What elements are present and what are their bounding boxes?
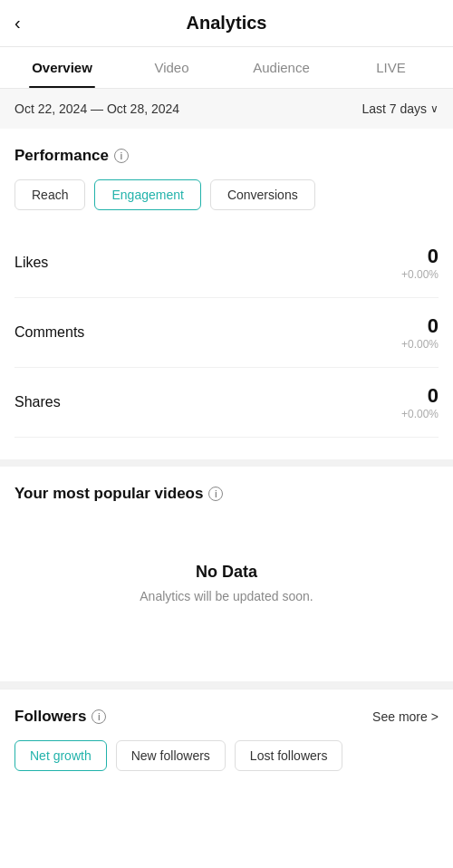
- followers-tab-lost[interactable]: Lost followers: [235, 740, 343, 771]
- header: ‹ Analytics: [0, 0, 453, 47]
- tab-audience[interactable]: Audience: [226, 47, 336, 88]
- followers-header: Followers i See more >: [14, 708, 439, 726]
- date-filter-button[interactable]: Last 7 days ∨: [361, 101, 439, 116]
- chevron-down-icon: ∨: [430, 102, 439, 115]
- comments-row: Comments 0 +0.00%: [14, 298, 439, 368]
- back-button[interactable]: ‹: [14, 13, 21, 34]
- likes-change: +0.00%: [401, 268, 439, 281]
- date-range: Oct 22, 2024 — Oct 28, 2024: [14, 101, 179, 116]
- comments-value-wrap: 0 +0.00%: [401, 314, 439, 351]
- tab-overview[interactable]: Overview: [7, 47, 117, 88]
- followers-title: Followers i: [14, 708, 106, 726]
- shares-label: Shares: [14, 394, 61, 410]
- date-row: Oct 22, 2024 — Oct 28, 2024 Last 7 days …: [0, 89, 453, 129]
- shares-value: 0: [401, 384, 439, 408]
- performance-section: Performance i Reach Engagement Conversio…: [0, 129, 453, 445]
- performance-info-icon[interactable]: i: [114, 149, 129, 163]
- popular-videos-section: Your most popular videos i No Data Analy…: [0, 467, 453, 667]
- filter-conversions-button[interactable]: Conversions: [210, 179, 315, 210]
- likes-label: Likes: [14, 255, 48, 271]
- likes-row: Likes 0 +0.00%: [14, 228, 439, 298]
- followers-tab-group: Net growth New followers Lost followers: [14, 740, 439, 771]
- performance-title: Performance i: [14, 147, 439, 165]
- no-data-box: No Data Analytics will be updated soon.: [14, 517, 439, 649]
- page-title: Analytics: [187, 13, 267, 34]
- comments-label: Comments: [14, 324, 84, 341]
- shares-value-wrap: 0 +0.00%: [401, 384, 439, 420]
- shares-row: Shares 0 +0.00%: [14, 368, 439, 438]
- likes-value: 0: [401, 245, 439, 268]
- comments-value: 0: [401, 314, 439, 338]
- likes-value-wrap: 0 +0.00%: [401, 245, 439, 281]
- no-data-title: No Data: [196, 563, 257, 582]
- chevron-right-icon: >: [431, 709, 439, 724]
- followers-info-icon[interactable]: i: [92, 709, 106, 724]
- followers-tab-new[interactable]: New followers: [116, 740, 226, 771]
- tab-live[interactable]: LIVE: [336, 47, 446, 88]
- filter-reach-button[interactable]: Reach: [14, 179, 85, 210]
- followers-section: Followers i See more > Net growth New fo…: [0, 689, 453, 786]
- tab-video[interactable]: Video: [117, 47, 226, 88]
- shares-change: +0.00%: [401, 408, 439, 420]
- popular-videos-info-icon[interactable]: i: [208, 487, 223, 501]
- popular-videos-title: Your most popular videos i: [14, 485, 439, 503]
- followers-tab-net-growth[interactable]: Net growth: [14, 740, 107, 771]
- filter-engagement-button[interactable]: Engagement: [94, 179, 200, 210]
- comments-change: +0.00%: [401, 338, 439, 351]
- tab-bar: Overview Video Audience LIVE: [0, 47, 453, 89]
- see-more-button[interactable]: See more >: [372, 709, 439, 724]
- section-divider: [0, 459, 453, 467]
- section-divider-2: [0, 681, 453, 689]
- no-data-subtitle: Analytics will be updated soon.: [140, 589, 313, 603]
- performance-filter-group: Reach Engagement Conversions: [14, 179, 439, 210]
